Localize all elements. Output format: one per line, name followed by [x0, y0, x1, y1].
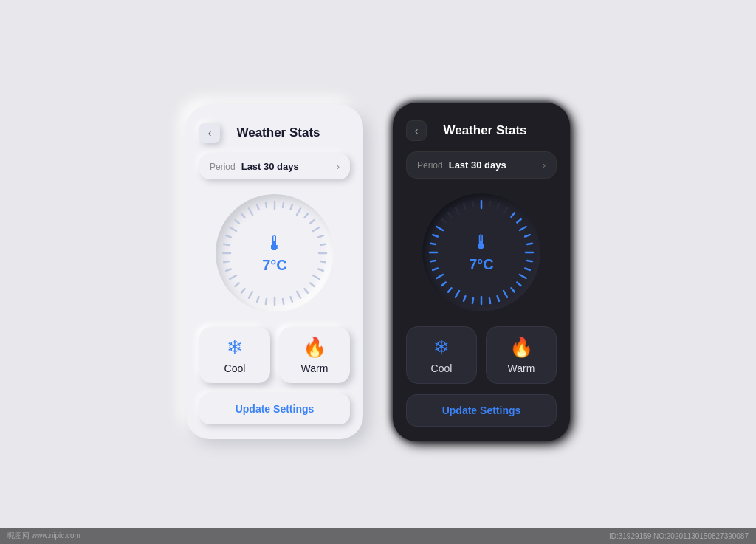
svg-line-22: [241, 289, 244, 292]
svg-line-20: [257, 297, 258, 302]
svg-line-69: [456, 207, 459, 214]
svg-line-43: [525, 235, 530, 236]
dark-title: Weather Stats: [434, 123, 557, 138]
dark-warm-label: Warm: [508, 362, 535, 374]
svg-line-28: [224, 244, 229, 245]
svg-line-12: [313, 275, 320, 279]
svg-line-6: [313, 227, 320, 231]
svg-line-68: [448, 213, 451, 216]
light-period-selector[interactable]: Period Last 30 days ›: [199, 154, 350, 179]
svg-line-35: [266, 202, 267, 207]
svg-line-60: [436, 275, 443, 278]
svg-line-50: [511, 288, 514, 292]
watermark: 昵图网 www.nipic.com ID:31929159 NO:2020113…: [0, 528, 756, 544]
svg-line-30: [230, 227, 236, 231]
dark-cool-button[interactable]: ❄ Cool: [406, 326, 477, 384]
svg-line-65: [433, 235, 438, 236]
svg-line-14: [304, 289, 307, 292]
svg-line-15: [297, 292, 300, 298]
svg-line-53: [489, 298, 490, 303]
svg-line-59: [441, 282, 445, 285]
dark-temperature: 7°C: [469, 256, 494, 273]
svg-line-32: [241, 213, 244, 217]
svg-line-33: [249, 208, 252, 215]
dark-thermo-icon: 🌡: [471, 233, 492, 253]
light-back-button[interactable]: ‹: [199, 123, 220, 143]
svg-line-47: [525, 269, 530, 270]
svg-line-5: [310, 220, 314, 223]
dark-back-button[interactable]: ‹: [406, 120, 427, 141]
light-period-label: Period: [210, 162, 236, 172]
dark-update-label: Update Settings: [442, 404, 521, 416]
watermark-right: ID:31929159 NO:20201130150827390087: [609, 532, 749, 540]
svg-line-64: [430, 244, 436, 244]
light-warm-label: Warm: [301, 362, 329, 374]
svg-line-13: [310, 283, 314, 286]
svg-line-11: [318, 269, 323, 271]
dark-chevron-icon: ›: [543, 159, 546, 171]
svg-line-44: [527, 244, 532, 244]
svg-line-16: [291, 297, 292, 302]
svg-line-19: [266, 299, 267, 304]
light-warm-button[interactable]: 🔥 Warm: [279, 327, 350, 383]
svg-line-42: [520, 227, 526, 230]
dark-cool-label: Cool: [431, 362, 453, 374]
light-update-button[interactable]: Update Settings: [199, 393, 350, 424]
svg-line-49: [517, 282, 520, 285]
dark-cool-icon: ❄: [433, 337, 450, 357]
svg-line-48: [520, 275, 526, 278]
light-warm-icon: 🔥: [303, 337, 326, 357]
svg-line-4: [304, 213, 307, 217]
light-period-value: Last 30 days: [241, 161, 337, 172]
light-dial[interactable]: 🌡 7°C: [216, 194, 334, 312]
light-dial-center: 🌡 7°C: [262, 233, 287, 274]
dark-dial-center: 🌡 7°C: [469, 233, 494, 273]
svg-line-38: [498, 204, 499, 209]
svg-line-10: [320, 261, 326, 262]
dark-card: ‹ Weather Stats Period Last 30 days › .d…: [393, 103, 570, 441]
svg-line-26: [224, 261, 229, 262]
svg-line-37: [489, 202, 490, 207]
light-thermo-icon: 🌡: [264, 233, 285, 254]
dark-header: ‹ Weather Stats: [406, 120, 557, 141]
svg-line-25: [226, 269, 231, 271]
svg-line-1: [283, 202, 284, 207]
svg-line-23: [235, 283, 238, 286]
svg-line-7: [318, 235, 323, 237]
light-header: ‹ Weather Stats: [199, 123, 350, 143]
light-cool-icon: ❄: [227, 337, 243, 357]
dark-period-value: Last 30 days: [449, 159, 543, 171]
light-title: Weather Stats: [227, 125, 350, 140]
svg-line-55: [472, 298, 473, 303]
svg-line-40: [511, 213, 514, 216]
svg-line-2: [291, 204, 292, 210]
svg-line-3: [297, 208, 300, 215]
dark-dial[interactable]: .dtick { stroke: #2a2a3a; stroke-width: …: [422, 193, 540, 311]
dark-warm-icon: 🔥: [509, 337, 533, 357]
dark-update-button[interactable]: Update Settings: [406, 394, 557, 427]
svg-line-21: [249, 292, 252, 298]
light-mode-row: ❄ Cool 🔥 Warm: [199, 327, 350, 383]
svg-line-34: [257, 204, 258, 210]
dark-warm-button[interactable]: 🔥 Warm: [486, 326, 557, 384]
svg-line-67: [441, 219, 445, 222]
svg-line-71: [472, 202, 473, 207]
dark-mode-row: ❄ Cool 🔥 Warm: [406, 326, 557, 384]
svg-line-62: [430, 261, 436, 261]
light-cool-button[interactable]: ❄ Cool: [199, 327, 270, 383]
dark-dial-container: .dtick { stroke: #2a2a3a; stroke-width: …: [406, 189, 557, 316]
svg-line-66: [436, 227, 443, 230]
svg-line-52: [498, 296, 499, 301]
dark-period-selector[interactable]: Period Last 30 days ›: [406, 151, 557, 179]
watermark-left: 昵图网 www.nipic.com: [7, 531, 80, 541]
light-card: ‹ Weather Stats Period Last 30 days ›: [186, 105, 363, 439]
svg-line-8: [320, 244, 326, 245]
light-dial-container: 🌡 7°C: [199, 190, 350, 317]
light-back-icon: ‹: [208, 127, 212, 139]
svg-line-61: [433, 269, 438, 270]
svg-line-24: [230, 275, 236, 279]
svg-line-39: [504, 207, 507, 214]
svg-line-46: [527, 261, 532, 261]
svg-line-51: [504, 291, 507, 297]
dark-back-icon: ‹: [415, 125, 419, 137]
